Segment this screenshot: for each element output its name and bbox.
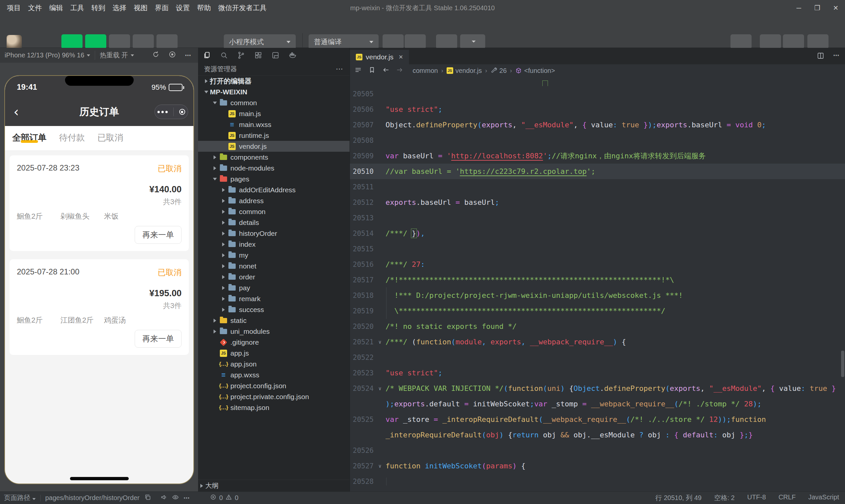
forward-icon[interactable] <box>396 66 403 75</box>
调试器-button[interactable] <box>109 34 130 49</box>
order-card[interactable]: 2025-07-28 21:00 已取消 ¥195.00 共3件 鮰鱼2斤江团鱼… <box>10 259 189 355</box>
版本管理-button[interactable] <box>760 34 781 49</box>
code-line[interactable]: _interopRequireDefault(obj) {return obj … <box>350 427 845 443</box>
tree-item-common[interactable]: common <box>198 97 350 108</box>
code-line-20527[interactable]: 20527 ∨ function initWebScoket(params) { <box>350 458 845 474</box>
line-ending[interactable]: CRLF <box>778 493 795 502</box>
more-icon[interactable] <box>157 111 168 113</box>
close-button[interactable]: ✕ <box>827 0 845 16</box>
refresh-icon[interactable] <box>152 51 160 60</box>
上传-button[interactable] <box>730 34 752 49</box>
code-line-20519[interactable]: 20519 \*********************************… <box>350 303 845 319</box>
language-mode[interactable]: JavaScript <box>808 493 839 502</box>
indent-setting[interactable]: 空格: 2 <box>714 493 735 502</box>
tree-item-project.config.json[interactable]: {…}project.config.json <box>198 380 350 391</box>
tab-待付款[interactable]: 待付款 <box>59 132 85 145</box>
tree-item-main.js[interactable]: JSmain.js <box>198 108 350 119</box>
编译-button[interactable] <box>383 34 404 49</box>
code-line-20509[interactable]: 20509 var baseUrl = 'http://localhost:80… <box>350 148 845 164</box>
mode-dropdown[interactable]: 小程序模式 <box>224 34 296 50</box>
scrollbar-thumb[interactable] <box>841 350 844 377</box>
tree-item-common[interactable]: common <box>198 206 350 217</box>
tree-item-index[interactable]: index <box>198 239 350 250</box>
清缓存-button[interactable] <box>460 34 485 49</box>
模拟器-button[interactable] <box>61 34 83 49</box>
code-line-20518[interactable]: 20518 !*** D:/project/project-rjwm-weixi… <box>350 288 845 303</box>
tree-item-pages[interactable]: pages <box>198 174 350 184</box>
code-line-20505[interactable]: 20505 <box>350 86 845 102</box>
watch-icon[interactable] <box>172 494 179 502</box>
预览-button[interactable] <box>405 34 426 49</box>
code-line-20528[interactable]: 20528 <box>350 474 845 489</box>
docker-icon[interactable] <box>284 51 301 59</box>
menu-文件[interactable]: 文件 <box>24 0 46 16</box>
menu-转到[interactable]: 转到 <box>88 0 109 16</box>
cursor-position[interactable]: 行 20510, 列 49 <box>655 493 701 502</box>
消息-button[interactable] <box>807 34 828 49</box>
copy-icon[interactable] <box>144 494 151 502</box>
tree-item-address[interactable]: address <box>198 195 350 206</box>
close-icon[interactable] <box>179 109 185 115</box>
tree-item-app.js[interactable]: JSapp.js <box>198 348 350 359</box>
code-line-20520[interactable]: 20520 /*! no static exports found */ <box>350 319 845 334</box>
reorder-button[interactable]: 再来一单 <box>135 330 181 348</box>
tree-item-uni_modules[interactable]: uni_modules <box>198 326 350 337</box>
code-line-20512[interactable]: 20512 exports.baseUrl = baseUrl; <box>350 195 845 210</box>
tree-item-vendor.js[interactable]: JSvendor.js <box>198 141 350 152</box>
tree-item-nonet[interactable]: nonet <box>198 260 350 271</box>
tree-item-my[interactable]: my <box>198 250 350 260</box>
code-line-20517[interactable]: 20517 /*!*******************************… <box>350 272 845 288</box>
outline-section[interactable]: 大纲 <box>198 480 350 491</box>
maximize-button[interactable]: ❐ <box>808 0 827 16</box>
tree-item-components[interactable]: components <box>198 152 350 163</box>
search-icon[interactable] <box>215 51 232 59</box>
more-icon[interactable]: ⋯ <box>336 65 344 73</box>
tree-item-MP-WEIXIN[interactable]: MP-WEIXIN <box>198 86 350 97</box>
tree-item-success[interactable]: success <box>198 304 350 315</box>
详情-button[interactable] <box>783 34 804 49</box>
breadcrumb-common[interactable]: common <box>412 67 438 74</box>
code-line-20521[interactable]: 20521 ∨ /***/ (function(module, exports,… <box>350 334 845 349</box>
code-line-20514[interactable]: 20514 /***/ }), <box>350 226 845 241</box>
extensions-icon[interactable] <box>249 51 267 59</box>
code-line[interactable]: );exports.default = initWebScoket;var _s… <box>350 396 845 412</box>
close-icon[interactable]: × <box>399 53 403 61</box>
record-icon[interactable] <box>168 51 176 60</box>
menu-微信开发者工具[interactable]: 微信开发者工具 <box>214 0 270 16</box>
tree-item-app.json[interactable]: {…}app.json <box>198 359 350 370</box>
tree-item-order[interactable]: order <box>198 271 350 282</box>
tree-item-details[interactable]: details <box>198 217 350 228</box>
tree-item-sitemap.json[interactable]: {…}sitemap.json <box>198 402 350 413</box>
tab-已取消[interactable]: 已取消 <box>98 132 123 145</box>
fold-chevron-icon[interactable]: ∨ <box>376 339 384 345</box>
menu-选择[interactable]: 选择 <box>109 0 130 16</box>
tree-item-app.wxss[interactable]: ≡app.wxss <box>198 370 350 380</box>
breadcrumb-<function>[interactable]: <function> <box>515 67 555 74</box>
code-line-20516[interactable]: 20516 /***/ 27: <box>350 257 845 272</box>
tree-item-main.wxss[interactable]: ≡main.wxss <box>198 119 350 130</box>
可视化-button[interactable] <box>133 34 154 49</box>
code-line-20507[interactable]: 20507 Object.defineProperty(exports, "__… <box>350 117 845 132</box>
reorder-button[interactable]: 再来一单 <box>135 226 181 244</box>
tab-全部订单[interactable]: 全部订单 <box>12 132 47 145</box>
tree-item-打开的编辑器[interactable]: 打开的编辑器 <box>198 75 350 86</box>
云开发-button[interactable] <box>156 34 178 49</box>
code-line-20510[interactable]: 20510 //var baseUrl = 'https://c223c79.r… <box>350 164 845 179</box>
code-line[interactable]: ▁▁▁▁ ▁▁ ▁▁ ▁▁▁▁▁ ▁ ▁ ▁▁▁ ▁▁ <box>350 77 845 86</box>
fold-chevron-icon[interactable]: ∨ <box>376 463 384 469</box>
page-path-label[interactable]: 页面路径 <box>4 493 36 502</box>
split-editor-icon[interactable] <box>816 52 825 61</box>
problems-counter[interactable]: 0 0 <box>210 494 238 502</box>
tree-item-.gitignore[interactable]: .gitignore <box>198 337 350 348</box>
more-icon[interactable]: ⋯ <box>185 52 191 59</box>
tree-item-project.private.config.json[interactable]: {…}project.private.config.json <box>198 391 350 402</box>
miniprogram-capsule[interactable] <box>155 105 188 119</box>
tree-item-node-modules[interactable]: node-modules <box>198 163 350 174</box>
tree-item-remark[interactable]: remark <box>198 293 350 304</box>
真机调试-button[interactable] <box>436 34 457 49</box>
announcement-icon[interactable] <box>160 494 168 502</box>
code-line-20506[interactable]: 20506 "use strict"; <box>350 102 845 117</box>
menu-界面[interactable]: 界面 <box>151 0 172 16</box>
breadcrumb-vendor.js[interactable]: JS vendor.js <box>446 67 482 74</box>
more-icon[interactable]: ⋯ <box>183 494 190 502</box>
